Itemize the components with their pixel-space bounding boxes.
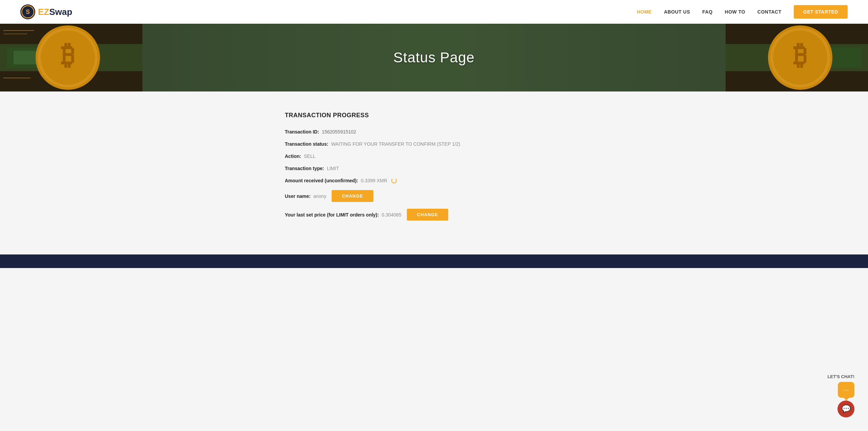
username-row: User name: anony CHANGE xyxy=(285,190,583,202)
transaction-id-value: 1562055915102 xyxy=(322,129,356,135)
transaction-status-row: Transaction status: WAITING FOR YOUR TRA… xyxy=(285,141,583,147)
navigation: HOME ABOUT US FAQ HOW TO CONTACT GET STA… xyxy=(637,5,848,19)
transaction-type-label: Transaction type: xyxy=(285,166,324,171)
svg-text:₿: ₿ xyxy=(793,40,807,70)
action-row: Action: SELL xyxy=(285,153,583,159)
footer xyxy=(0,254,868,268)
username-value: anony xyxy=(313,193,326,199)
coin-right: ₿ xyxy=(726,24,868,91)
transaction-status-label: Transaction status: xyxy=(285,141,328,147)
action-label: Action: xyxy=(285,153,301,159)
chat-widget: LET'S CHAT! ··· 💬 xyxy=(828,374,854,417)
chat-bubble[interactable]: ··· xyxy=(838,382,854,398)
nav-faq[interactable]: FAQ xyxy=(702,9,712,15)
header: S EZSwap HOME ABOUT US FAQ HOW TO CONTAC… xyxy=(0,0,868,24)
main-content: TRANSACTION PROGRESS Transaction ID: 156… xyxy=(271,91,597,254)
transaction-status-value: WAITING FOR YOUR TRANSFER TO CONFIRM (ST… xyxy=(331,141,460,147)
change-username-button[interactable]: CHANGE xyxy=(332,190,373,202)
logo-swap: Swap xyxy=(49,7,72,17)
price-value: 0.304065 xyxy=(381,212,401,218)
svg-text:₿: ₿ xyxy=(61,40,75,70)
section-title: TRANSACTION PROGRESS xyxy=(285,112,583,119)
nav-howto[interactable]: HOW TO xyxy=(725,9,745,15)
chat-circle-icon: 💬 xyxy=(842,405,851,413)
username-label: User name: xyxy=(285,193,311,199)
transaction-id-row: Transaction ID: 1562055915102 xyxy=(285,129,583,135)
nav-home[interactable]: HOME xyxy=(637,9,652,15)
transaction-type-row: Transaction type: LIMIT xyxy=(285,166,583,171)
coin-left: ₿ xyxy=(0,24,142,91)
chat-circle-button[interactable]: 💬 xyxy=(837,401,854,417)
nav-contact[interactable]: CONTACT xyxy=(757,9,782,15)
action-value: SELL xyxy=(304,153,315,159)
price-row: Your last set price (for LIMIT orders on… xyxy=(285,209,583,221)
logo-text: EZSwap xyxy=(38,7,72,17)
amount-value: 0.3399 XMR xyxy=(361,178,387,183)
chat-bubble-icon: ··· xyxy=(843,386,849,393)
get-started-button[interactable]: GET STARTED xyxy=(794,5,848,19)
logo-icon: S xyxy=(20,4,35,19)
hero-banner: ₿ ₿ Status Page xyxy=(0,24,868,91)
change-price-button[interactable]: CHANGE xyxy=(407,209,448,221)
logo[interactable]: S EZSwap xyxy=(20,4,72,19)
transaction-id-label: Transaction ID: xyxy=(285,129,319,135)
amount-label: Amount received (unconfirmed): xyxy=(285,178,358,183)
chat-label: LET'S CHAT! xyxy=(828,374,854,379)
transaction-type-value: LIMIT xyxy=(327,166,339,171)
amount-received-row: Amount received (unconfirmed): 0.3399 XM… xyxy=(285,178,583,183)
loading-spinner xyxy=(391,178,397,183)
nav-about[interactable]: ABOUT US xyxy=(664,9,690,15)
price-label: Your last set price (for LIMIT orders on… xyxy=(285,212,379,218)
hero-title: Status Page xyxy=(393,49,475,66)
svg-text:S: S xyxy=(26,8,30,15)
logo-ez: EZ xyxy=(38,7,49,17)
